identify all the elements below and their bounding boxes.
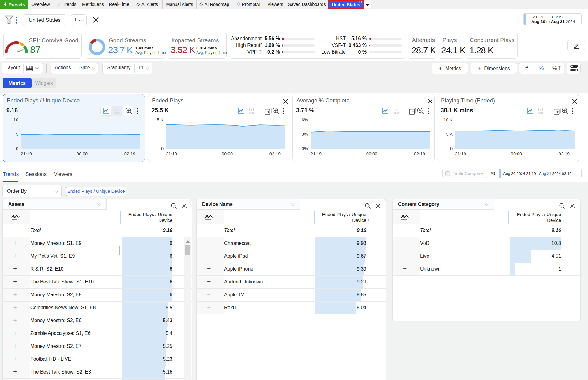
svg-text:6%: 6%: [302, 117, 308, 122]
svg-text:00:00: 00:00: [77, 151, 88, 156]
svg-text:00:00: 00:00: [511, 151, 522, 156]
svg-text:21:19: 21:19: [455, 151, 466, 156]
svg-text:0%: 0%: [302, 146, 308, 151]
svg-text:0: 0: [161, 146, 164, 151]
svg-text:21:19: 21:19: [166, 151, 177, 156]
svg-text:5 K: 5 K: [157, 117, 164, 122]
svg-text:5 K: 5 K: [446, 132, 453, 137]
svg-text:02:19: 02:19: [124, 151, 135, 156]
svg-text:02:19: 02:19: [270, 151, 281, 156]
svg-text:10: 10: [13, 117, 18, 122]
svg-text:5: 5: [16, 132, 18, 137]
svg-text:10 K: 10 K: [443, 117, 453, 122]
svg-text:02:19: 02:19: [414, 151, 425, 156]
svg-text:0: 0: [450, 146, 453, 151]
svg-text:21:19: 21:19: [21, 151, 32, 156]
svg-text:21:19: 21:19: [311, 151, 322, 156]
svg-text:0: 0: [16, 146, 18, 151]
svg-text:00:00: 00:00: [222, 151, 233, 156]
svg-text:02:19: 02:19: [559, 151, 570, 156]
svg-text:00:00: 00:00: [366, 151, 377, 156]
svg-text:3%: 3%: [302, 132, 308, 137]
